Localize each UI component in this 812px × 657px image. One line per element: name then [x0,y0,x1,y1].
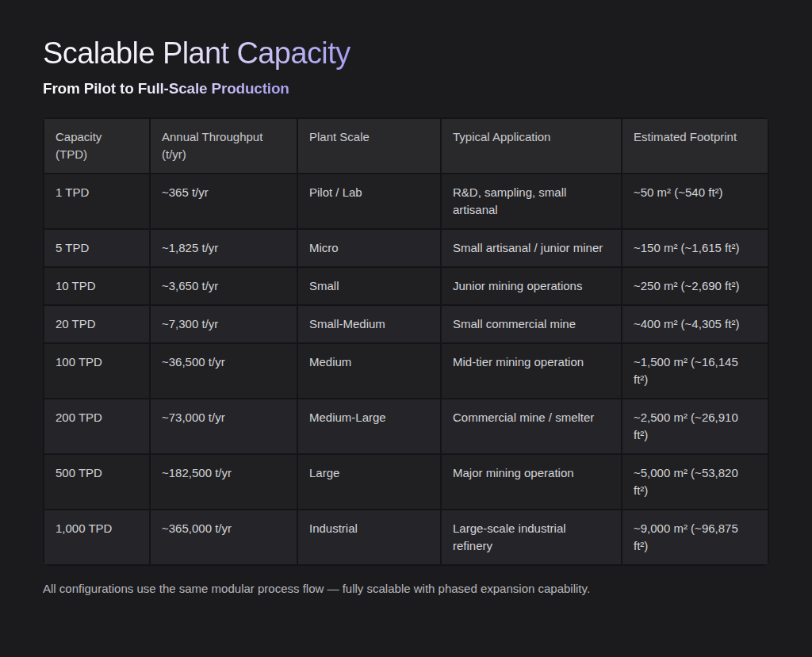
cell-capacity: 100 TPD [44,344,149,398]
cell-capacity: 500 TPD [44,455,149,509]
col-header-footprint: Estimated Footprint [622,119,768,173]
cell-footprint: ~50 m² (~540 ft²) [622,174,768,228]
cell-application: Mid-tier mining operation [442,344,621,398]
table-row: 500 TPD ~182,500 t/yr Large Major mining… [44,455,768,509]
table-row: 10 TPD ~3,650 t/yr Small Junior mining o… [44,268,768,304]
table-row: 1 TPD ~365 t/yr Pilot / Lab R&D, samplin… [44,174,768,228]
cell-plant-scale: Micro [298,230,440,266]
footer-note: All configurations use the same modular … [43,581,769,597]
cell-throughput: ~1,825 t/yr [151,230,297,266]
cell-throughput: ~3,650 t/yr [151,268,297,304]
cell-capacity: 20 TPD [44,306,149,342]
col-header-capacity: Capacity (TPD) [44,119,149,173]
table-row: 200 TPD ~73,000 t/yr Medium-Large Commer… [44,399,768,453]
cell-footprint: ~150 m² (~1,615 ft²) [622,230,768,266]
cell-application: Large-scale industrial refinery [442,510,621,564]
page-title: Scalable Plant Capacity [43,35,350,71]
col-header-throughput: Annual Throughput (t/yr) [151,119,297,173]
cell-plant-scale: Pilot / Lab [298,174,440,228]
cell-footprint: ~5,000 m² (~53,820 ft²) [622,455,768,509]
cell-throughput: ~73,000 t/yr [151,399,297,453]
cell-capacity: 10 TPD [44,268,149,304]
cell-capacity: 1 TPD [44,174,149,228]
slide: Scalable Plant Capacity From Pilot to Fu… [0,0,812,657]
cell-plant-scale: Small-Medium [298,306,440,342]
table-row: 100 TPD ~36,500 t/yr Medium Mid-tier min… [44,344,768,398]
cell-application: R&D, sampling, small artisanal [442,174,621,228]
table-row: 1,000 TPD ~365,000 t/yr Industrial Large… [44,510,768,564]
cell-application: Small artisanal / junior miner [442,230,621,266]
cell-throughput: ~36,500 t/yr [151,344,297,398]
col-header-application: Typical Application [442,119,621,173]
cell-footprint: ~250 m² (~2,690 ft²) [622,268,768,304]
capacity-table: Capacity (TPD) Annual Throughput (t/yr) … [43,117,769,566]
cell-plant-scale: Medium-Large [298,399,440,453]
cell-capacity: 1,000 TPD [44,510,149,564]
col-header-plant-scale: Plant Scale [298,119,440,173]
cell-throughput: ~182,500 t/yr [151,455,297,509]
cell-capacity: 200 TPD [44,399,149,453]
table-row: 20 TPD ~7,300 t/yr Small-Medium Small co… [44,306,768,342]
cell-plant-scale: Medium [298,344,440,398]
cell-capacity: 5 TPD [44,230,149,266]
cell-footprint: ~2,500 m² (~26,910 ft²) [622,399,768,453]
table-header-row: Capacity (TPD) Annual Throughput (t/yr) … [44,119,768,173]
table-row: 5 TPD ~1,825 t/yr Micro Small artisanal … [44,230,768,266]
cell-plant-scale: Small [298,268,440,304]
cell-application: Small commercial mine [442,306,621,342]
cell-footprint: ~9,000 m² (~96,875 ft²) [622,510,768,564]
cell-throughput: ~7,300 t/yr [151,306,297,342]
capacity-table-container: Capacity (TPD) Annual Throughput (t/yr) … [43,117,769,566]
cell-plant-scale: Industrial [298,510,440,564]
cell-application: Junior mining operations [442,268,621,304]
cell-footprint: ~1,500 m² (~16,145 ft²) [622,344,768,398]
cell-application: Major mining operation [442,455,621,509]
cell-plant-scale: Large [298,455,440,509]
page-subtitle: From Pilot to Full-Scale Production [43,79,289,97]
cell-application: Commercial mine / smelter [442,399,621,453]
cell-footprint: ~400 m² (~4,305 ft²) [622,306,768,342]
cell-throughput: ~365,000 t/yr [151,510,297,564]
cell-throughput: ~365 t/yr [151,174,297,228]
